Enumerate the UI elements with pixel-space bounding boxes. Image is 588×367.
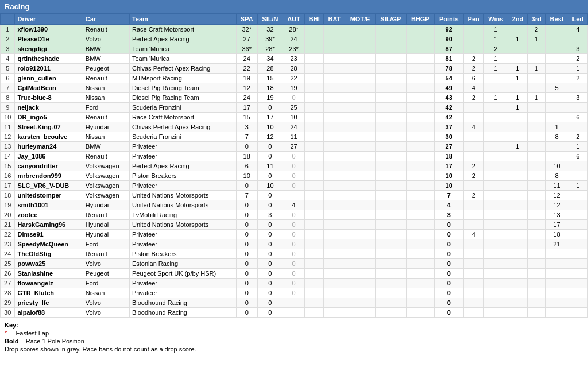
table-cell: [406, 74, 434, 83]
table-cell: Diesel Pig Racing Team: [129, 93, 236, 103]
table-cell: [406, 161, 434, 171]
table-cell: 28: [1, 288, 15, 298]
table-cell: [345, 259, 376, 269]
table-cell: [406, 122, 434, 132]
table-cell: 1: [483, 93, 508, 103]
footer: Key: * Fastest Lap Bold Race 1 Pole Posi…: [0, 318, 588, 357]
table-cell: flowaangelz: [15, 279, 83, 288]
table-row: 2PleaseD1eVolvoPerfect Apex Racing2739*2…: [1, 34, 588, 44]
table-cell: [406, 171, 434, 181]
table-cell: qrtintheshade: [15, 54, 83, 64]
table-cell: 0: [257, 171, 283, 181]
table-cell: 0: [283, 152, 305, 161]
table-cell: 78: [434, 64, 463, 74]
table-cell: [324, 161, 345, 171]
table-cell: [324, 288, 345, 298]
table-cell: 30: [434, 132, 463, 142]
table-cell: 14: [1, 152, 15, 161]
table-cell: [305, 93, 324, 103]
table-cell: 8: [1, 93, 15, 103]
table-cell: 17: [1, 181, 15, 191]
bold-desc: Race 1 Pole Position: [26, 338, 84, 345]
table-row: 27flowaangelzFordPrivateer0000: [1, 279, 588, 288]
table-cell: 15: [257, 74, 283, 83]
table-cell: 4: [434, 200, 463, 210]
table-cell: [305, 34, 324, 44]
table-row: 1xflow1390RenaultRace Craft Motorsport32…: [1, 25, 588, 34]
table-cell: 32*: [236, 25, 257, 34]
table-cell: [528, 113, 546, 122]
table-cell: 0: [236, 181, 257, 191]
table-cell: [345, 122, 376, 132]
table-cell: 5: [546, 83, 568, 93]
table-cell: [568, 220, 587, 230]
table-cell: [345, 200, 376, 210]
col-wins: Wins: [483, 14, 508, 25]
table-cell: [483, 220, 508, 230]
table-cell: 0: [236, 308, 257, 318]
table-cell: 17: [257, 113, 283, 122]
table-cell: TheOldStig: [15, 249, 83, 259]
table-cell: BMW: [83, 54, 129, 64]
table-cell: 1: [483, 34, 508, 44]
table-cell: 0: [283, 269, 305, 279]
table-cell: [375, 269, 406, 279]
table-cell: [483, 122, 508, 132]
table-cell: [375, 122, 406, 132]
table-cell: [483, 142, 508, 152]
table-cell: [345, 83, 376, 93]
table-cell: [345, 25, 376, 34]
key-bold-item: Bold Race 1 Pole Position: [5, 338, 583, 345]
table-cell: 0: [283, 230, 305, 239]
table-cell: [305, 132, 324, 142]
table-cell: [345, 74, 376, 83]
table-cell: Race Craft Motorsport: [129, 113, 236, 122]
table-cell: [345, 103, 376, 113]
table-cell: [568, 191, 587, 200]
table-cell: [324, 210, 345, 220]
table-row: 10DR_ingo5RenaultRace Craft Motorsport15…: [1, 113, 588, 122]
col-aut: AUT: [283, 14, 305, 25]
table-cell: 7: [236, 132, 257, 142]
table-cell: [528, 220, 546, 230]
col-silgp: SIL/GP: [375, 14, 406, 25]
table-cell: 49: [434, 83, 463, 93]
table-cell: [508, 54, 527, 64]
table-cell: 10: [434, 181, 463, 191]
table-cell: [375, 220, 406, 230]
table-cell: Renault: [83, 25, 129, 34]
table-cell: [305, 200, 324, 210]
table-cell: [324, 152, 345, 161]
table-cell: 16: [1, 171, 15, 181]
table-cell: hurleyman24: [15, 142, 83, 152]
table-cell: [324, 44, 345, 54]
table-cell: Volvo: [83, 298, 129, 308]
table-cell: 5: [1, 64, 15, 74]
table-cell: 28*: [257, 44, 283, 54]
table-cell: [324, 54, 345, 64]
table-cell: 10: [434, 171, 463, 181]
table-cell: [508, 171, 527, 181]
table-cell: [483, 74, 508, 83]
table-cell: 0: [236, 220, 257, 230]
table-cell: Volvo: [83, 259, 129, 269]
table-cell: 0: [283, 279, 305, 288]
table-cell: 30: [1, 308, 15, 318]
table-cell: [305, 239, 324, 249]
table-row: 8True-blue-8NissanDiesel Pig Racing Team…: [1, 93, 588, 103]
table-cell: [463, 181, 483, 191]
table-cell: [345, 210, 376, 220]
table-cell: priesty_lfc: [15, 298, 83, 308]
table-cell: 0: [236, 288, 257, 298]
table-cell: 7: [236, 191, 257, 200]
star-symbol: *: [5, 330, 7, 337]
table-cell: [324, 220, 345, 230]
table-cell: HarskGaming96: [15, 220, 83, 230]
table-cell: 0: [283, 288, 305, 298]
table-cell: [406, 298, 434, 308]
table-cell: Nissan: [83, 288, 129, 298]
col-bhgp: BHGP: [406, 14, 434, 25]
table-cell: [406, 54, 434, 64]
table-cell: 42: [434, 113, 463, 122]
table-cell: MTMsport Racing: [129, 74, 236, 83]
